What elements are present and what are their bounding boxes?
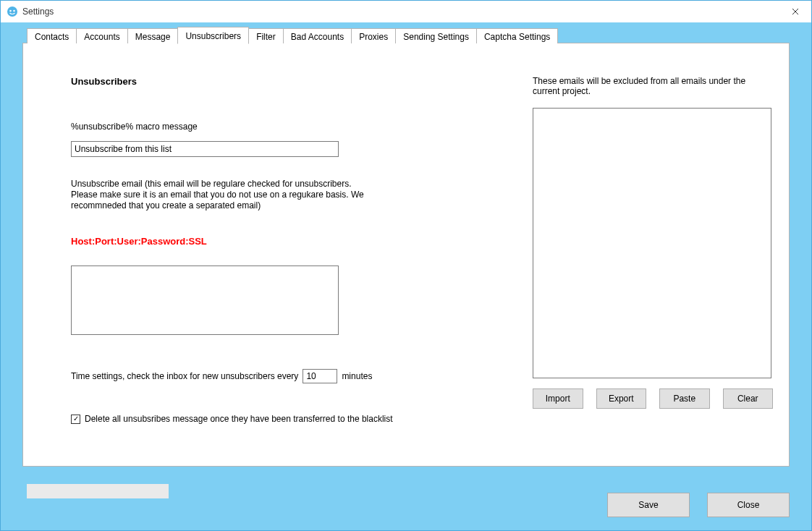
exclude-listbox[interactable] xyxy=(533,108,771,378)
bottom-bar: Save Close xyxy=(22,474,790,517)
window-title: Settings xyxy=(22,7,54,17)
clear-button[interactable]: Clear xyxy=(723,388,774,409)
svg-point-0 xyxy=(7,7,17,17)
unsub-email-input[interactable] xyxy=(71,266,339,335)
delete-checkbox-row: ✓ Delete all unsubsribes message once th… xyxy=(71,414,462,424)
paste-button[interactable]: Paste xyxy=(659,388,710,409)
tab-sending-settings[interactable]: Sending Settings xyxy=(395,28,477,43)
time-settings-row: Time settings, check the inbox for new u… xyxy=(71,369,462,383)
macro-input[interactable] xyxy=(71,141,339,157)
tab-message[interactable]: Message xyxy=(127,28,179,43)
macro-label: %unsubscribe% macro message xyxy=(71,122,462,132)
tab-unsubscribers[interactable]: Unsubscribers xyxy=(177,27,249,44)
app-icon xyxy=(7,6,18,17)
delete-checkbox-label: Delete all unsubsribes message once they… xyxy=(85,414,393,424)
time-label-suffix: minutes xyxy=(342,371,372,381)
format-hint: Host:Port:User:Password:SSL xyxy=(71,236,462,247)
tabstrip: Contacts Accounts Message Unsubscribers … xyxy=(27,28,557,44)
exclude-description: These emails will be excluded from all e… xyxy=(533,76,773,96)
time-interval-input[interactable] xyxy=(303,369,337,383)
svg-point-2 xyxy=(13,10,15,12)
exclude-buttons: Import Export Paste Clear xyxy=(533,388,773,409)
window-controls xyxy=(779,1,811,22)
titlebar: Settings xyxy=(1,1,811,22)
tab-captcha-settings[interactable]: Captcha Settings xyxy=(476,28,558,43)
tab-bad-accounts[interactable]: Bad Accounts xyxy=(283,28,352,43)
time-label-prefix: Time settings, check the inbox for new u… xyxy=(71,371,298,381)
tab-proxies[interactable]: Proxies xyxy=(351,28,396,43)
left-column: Unsubscribers %unsubscribe% macro messag… xyxy=(71,76,462,424)
content-area: Contacts Accounts Message Unsubscribers … xyxy=(1,22,811,530)
settings-window: Settings Contacts Accounts Message Unsub… xyxy=(0,0,812,531)
svg-point-1 xyxy=(9,10,12,12)
tab-contacts[interactable]: Contacts xyxy=(27,28,77,43)
tab-panel: Contacts Accounts Message Unsubscribers … xyxy=(22,43,790,467)
import-button[interactable]: Import xyxy=(533,388,583,409)
tab-filter[interactable]: Filter xyxy=(248,28,284,43)
section-heading: Unsubscribers xyxy=(71,76,462,87)
tab-accounts[interactable]: Accounts xyxy=(76,28,127,43)
status-strip xyxy=(27,484,169,498)
delete-checkbox[interactable]: ✓ xyxy=(71,415,80,424)
export-button[interactable]: Export xyxy=(596,388,647,409)
unsubscribers-panel: Unsubscribers %unsubscribe% macro messag… xyxy=(23,43,789,466)
close-button[interactable]: Close xyxy=(707,493,790,517)
unsub-email-label: Unsubscribe email (this email will be re… xyxy=(71,179,375,211)
footer-buttons: Save Close xyxy=(607,493,790,517)
save-button[interactable]: Save xyxy=(607,493,690,517)
right-column: These emails will be excluded from all e… xyxy=(533,76,773,409)
close-window-button[interactable] xyxy=(779,1,811,22)
